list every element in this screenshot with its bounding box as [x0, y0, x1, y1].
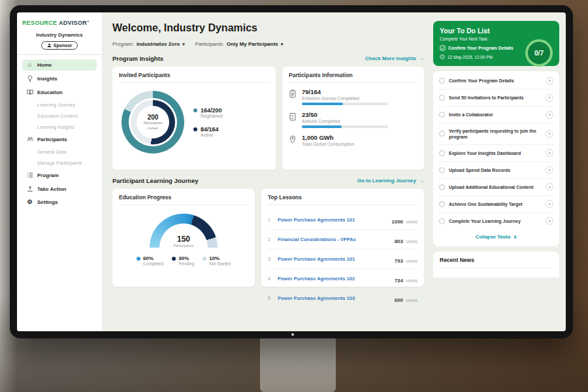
chevron-right-icon[interactable]: › — [546, 77, 553, 85]
lesson-row: 5 Power Purchase Agreements 103 600 view… — [268, 289, 417, 308]
chevron-right-icon[interactable]: › — [546, 94, 553, 102]
donut-legend: 164/200 Registered 84/164 Active — [193, 107, 223, 137]
task-item[interactable]: Verify participants requesting to join t… — [439, 123, 553, 145]
sidebar-item-insights[interactable]: Insights — [22, 73, 97, 84]
monitor-frame: RESOURCE ADVISOR+ Industry Dynamics Spon… — [10, 5, 573, 338]
sidebar-item-label: Education — [37, 90, 63, 95]
sidebar-item-participants[interactable]: Participants — [22, 133, 97, 145]
education-progress-gauge-chart: 150 Participants — [150, 214, 218, 248]
task-checkbox[interactable] — [439, 112, 445, 118]
participants-filter-dropdown[interactable]: Only My Participants ▾ — [227, 41, 284, 47]
pale-dot-icon — [203, 257, 206, 261]
task-checkbox[interactable] — [439, 131, 445, 137]
sidebar-item-program[interactable]: Program — [22, 169, 97, 181]
task-item[interactable]: Upload Additional Educational Content › — [439, 179, 553, 196]
sidebar-item-learning-journey[interactable]: Learning Journey — [22, 100, 97, 110]
go-to-learning-journey-link[interactable]: Go to Learning Journey → — [357, 178, 424, 184]
chevron-right-icon[interactable]: › — [546, 200, 553, 208]
insights-cards-row: Invited Participants 200 Participants In… — [112, 67, 424, 170]
sidebar-item-education[interactable]: Education — [22, 86, 97, 98]
sidebar-item-label: Take Action — [37, 186, 66, 192]
collapse-tasks-link[interactable]: Collapse Tasks ∧ — [439, 229, 553, 245]
task-checkbox[interactable] — [439, 78, 445, 84]
lesson-row: 4 Power Purchase Agreements 102 734 view… — [268, 269, 417, 289]
task-item[interactable]: Achieve One Sustainability Target › — [439, 196, 553, 213]
task-checkbox[interactable] — [439, 201, 445, 207]
sidebar-item-learning-insights[interactable]: Learning Insights — [22, 122, 97, 132]
people-icon — [26, 136, 33, 142]
check-more-insights-link[interactable]: Check More Insights → — [365, 56, 424, 61]
desk-background: RESOURCE ADVISOR+ Industry Dynamics Spon… — [0, 0, 588, 392]
task-checkbox[interactable] — [439, 218, 445, 224]
gear-icon: ⚙ — [26, 199, 33, 205]
lesson-link[interactable]: Financial Considerations - VPPAs — [278, 237, 390, 242]
power-led — [291, 333, 294, 336]
section-title: Program Insights — [112, 55, 163, 62]
chevron-right-icon[interactable]: › — [546, 183, 553, 191]
learning-cards-row: Education Progress 150 Participants — [112, 189, 424, 287]
logo-advisor: ADVISOR — [59, 20, 87, 26]
donut-center-value: 200 — [148, 114, 159, 121]
todo-title: Your To Do List — [440, 27, 553, 35]
chevron-right-icon[interactable]: › — [546, 166, 553, 174]
recent-news-card: Recent News — [433, 252, 559, 278]
chevron-down-icon: ▾ — [281, 42, 284, 47]
lesson-row: 3 Power Purchase Agreements 101 793 view… — [268, 250, 417, 269]
legend-pending: 30% Pending — [172, 255, 194, 266]
checklist-icon — [289, 111, 297, 121]
actions-completed-stat: 23/50 Actions Completed — [289, 111, 417, 128]
teal-dot-icon — [193, 108, 197, 112]
sidebar-item-label: Program — [37, 172, 59, 178]
progress-bar — [302, 103, 388, 105]
lesson-link[interactable]: Power Purchase Agreements 101 — [278, 256, 390, 262]
logo-resource: RESOURCE — [22, 20, 57, 26]
sidebar-item-education-content[interactable]: Education Content — [22, 111, 97, 121]
task-checkbox[interactable] — [439, 95, 445, 101]
sponsor-badge[interactable]: Sponsor — [41, 41, 78, 50]
task-checkbox[interactable] — [439, 184, 445, 190]
task-item[interactable]: Invite a Collaborator › — [439, 106, 553, 123]
sidebar-item-label: Settings — [37, 199, 58, 205]
list-icon — [26, 172, 33, 178]
sidebar-item-general-data[interactable]: General Data — [22, 147, 97, 157]
chevron-right-icon[interactable]: › — [546, 217, 553, 225]
todo-panel: Your To Do List Complete Your Next Task:… — [432, 12, 566, 331]
lesson-link[interactable]: Power Purchase Agreements 102 — [278, 276, 390, 282]
next-task[interactable]: ✓ Confirm Your Program Details — [440, 45, 526, 51]
location-pin-icon — [289, 134, 297, 144]
task-item[interactable]: Upload Spend Data Records › — [439, 162, 553, 179]
task-checkbox[interactable] — [439, 167, 445, 173]
gauge-center-label: Participants — [150, 244, 218, 248]
program-filter-dropdown[interactable]: Industrialize Zero ▾ — [137, 41, 185, 47]
progress-bar — [302, 125, 388, 128]
sidebar-item-label: Insights — [37, 76, 57, 82]
chevron-right-icon[interactable]: › — [546, 130, 553, 138]
task-item[interactable]: Confirm Your Program Details › — [439, 73, 553, 90]
home-icon: ⌂ — [26, 62, 33, 68]
sidebar-item-take-action[interactable]: Take Action — [22, 183, 97, 195]
sidebar-item-label: Home — [37, 62, 52, 68]
lesson-link[interactable]: Power Purchase Agreements 101 — [278, 217, 387, 223]
lesson-link[interactable]: Power Purchase Agreements 103 — [278, 295, 390, 301]
sidebar-item-home[interactable]: ⌂ Home — [22, 59, 97, 71]
task-item[interactable]: Explore Your Insights Dashboard › — [439, 145, 553, 162]
check-icon: ✓ — [440, 45, 446, 51]
chevron-right-icon[interactable]: › — [546, 111, 553, 119]
sidebar-item-settings[interactable]: ⚙ Settings — [22, 197, 97, 208]
program-filter: Program: Industrialize Zero ▾ — [112, 41, 185, 47]
invited-participants-card: Invited Participants 200 Participants In… — [112, 67, 276, 170]
blue-dot-icon — [137, 257, 140, 261]
legend-not-started: 10% Not Started — [203, 255, 231, 266]
survey-clipboard-icon — [289, 88, 297, 98]
arrow-right-icon: → — [419, 56, 424, 61]
sidebar-item-manage-participants[interactable]: Manage Participants — [22, 158, 97, 168]
program-filter-value: Industrialize Zero — [137, 41, 180, 47]
lesson-row: 1 Power Purchase Agreements 101 1000 vie… — [268, 210, 417, 230]
task-item[interactable]: Send 50 Invitations to Participants › — [439, 90, 553, 106]
chevron-right-icon[interactable]: › — [546, 149, 553, 157]
navy-dot-icon — [193, 127, 197, 131]
task-item[interactable]: Complete Your Learning Journey › — [439, 213, 553, 229]
task-checkbox[interactable] — [439, 150, 445, 156]
chevron-up-icon: ∧ — [514, 234, 517, 240]
legend-registered: 164/200 Registered — [193, 107, 223, 118]
